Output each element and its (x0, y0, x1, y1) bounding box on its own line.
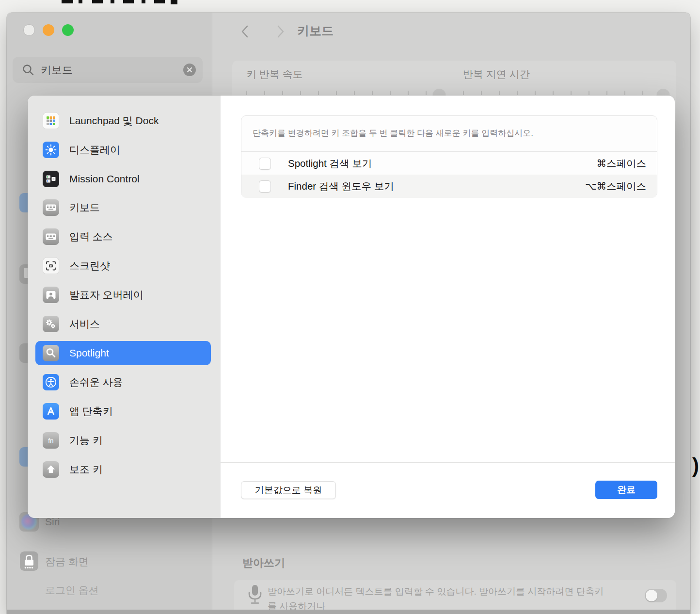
sheet-sidebar-item-app-shortcuts[interactable]: 앱 단축키 (35, 399, 211, 423)
sidebar-item-label: 보조 키 (69, 463, 103, 476)
repeat-delay-slider[interactable] (463, 91, 663, 95)
forward-icon[interactable] (274, 23, 286, 42)
clear-search-icon[interactable] (183, 64, 196, 76)
shortcut-label: Spotlight 검색 보기 (288, 157, 372, 170)
input-sources-icon (43, 228, 59, 245)
display-icon (43, 142, 59, 158)
back-icon[interactable] (239, 23, 252, 42)
sheet-sidebar-item-function-keys[interactable]: fn 기능 키 (35, 428, 211, 452)
sheet-sidebar-item-mission-control[interactable]: Mission Control (35, 167, 211, 191)
minimize-button[interactable] (43, 24, 54, 36)
launchpad-icon (43, 113, 59, 129)
sidebar-item-label: 입력 소스 (69, 230, 113, 243)
services-icon (43, 316, 59, 332)
search-input[interactable] (40, 57, 182, 84)
sheet-content: 단축키를 변경하려면 키 조합을 두 번 클릭한 다음 새로운 키를 입력하십시… (221, 96, 675, 518)
instruction-text: 단축키를 변경하려면 키 조합을 두 번 클릭한 다음 새로운 키를 입력하십시… (253, 128, 533, 139)
app-shortcuts-icon (43, 403, 59, 420)
sheet-sidebar-item-screenshot[interactable]: 스크린샷 (35, 254, 211, 278)
dictation-toggle[interactable] (645, 589, 667, 602)
repeat-delay-label: 반복 지연 시간 (463, 67, 530, 81)
sidebar-item-label: 키보드 (69, 201, 100, 214)
window-bottom-edge (7, 610, 690, 614)
function-keys-icon: fn (43, 432, 59, 449)
sidebar-item-label: 손쉬운 사용 (69, 375, 123, 389)
sidebar-item-label: 앱 단축키 (69, 404, 113, 418)
restore-defaults-button[interactable]: 기본값으로 복원 (241, 481, 336, 499)
shortcut-checkbox[interactable] (259, 158, 271, 170)
keyboard-icon (43, 199, 59, 216)
shortcut-label: Finder 검색 윈도우 보기 (288, 179, 394, 193)
search-field[interactable] (13, 57, 203, 83)
page-title: 키보드 (297, 23, 334, 39)
sidebar-item-label: Mission Control (69, 173, 140, 185)
shortcut-row: Finder 검색 윈도우 보기 ⌥⌘스페이스 (241, 175, 657, 198)
spotlight-icon (43, 345, 59, 361)
toggle-knob (646, 590, 657, 601)
search-icon (21, 63, 35, 79)
accessibility-icon (43, 374, 59, 390)
sheet-sidebar-item-modifier-keys[interactable]: 보조 키 (35, 457, 211, 482)
sidebar-item-label: 기능 키 (69, 434, 103, 447)
done-button[interactable]: 완료 (595, 481, 657, 499)
sidebar-item-label: 서비스 (69, 317, 100, 331)
sidebar-item-label: Launchpad 및 Dock (69, 114, 159, 128)
sheet-sidebar-item-keyboard[interactable]: 키보드 (35, 195, 211, 220)
mission-control-icon (43, 171, 59, 187)
key-repeat-label: 키 반복 속도 (246, 67, 303, 81)
sheet-sidebar-item-services[interactable]: 서비스 (35, 312, 211, 336)
microphone-icon (247, 584, 263, 611)
sidebar-item-label: 스크린샷 (69, 259, 110, 273)
shortcut-keys[interactable]: ⌥⌘스페이스 (585, 179, 646, 193)
shortcuts-card: 단축키를 변경하려면 키 조합을 두 번 클릭한 다음 새로운 키를 입력하십시… (241, 115, 657, 197)
close-button[interactable] (23, 24, 35, 36)
sidebar-item-label: Spotlight (69, 347, 109, 359)
sheet-sidebar-item-spotlight[interactable]: Spotlight (35, 341, 211, 365)
dictation-card: 받아쓰기로 어디서든 텍스트를 입력할 수 있습니다. 받아쓰기를 시작하려면 … (234, 580, 676, 614)
shortcuts-sheet: Launchpad 및 Dock 디스플레이 Mission Control 키… (28, 96, 675, 518)
presenter-overlay-icon (43, 287, 59, 303)
screenshot-icon (43, 258, 59, 274)
zoom-button[interactable] (62, 24, 74, 36)
shortcut-checkbox[interactable] (259, 180, 271, 193)
lock-icon (20, 551, 38, 571)
sidebar-item-label: 디스플레이 (69, 143, 120, 157)
sidebar-item-login-options[interactable]: 로그인 옵션 (45, 583, 99, 597)
shortcut-row: Spotlight 검색 보기 ⌘스페이스 (241, 151, 657, 175)
right-edge-fragment: ) (692, 454, 699, 477)
dictation-title: 받아쓰기 (242, 556, 285, 570)
sheet-sidebar-item-input-sources[interactable]: 입력 소스 (35, 225, 211, 249)
modifier-keys-icon (43, 461, 59, 478)
sheet-sidebar: Launchpad 및 Dock 디스플레이 Mission Control 키… (28, 96, 221, 518)
sidebar-item-label: 발표자 오버레이 (69, 288, 143, 302)
svg-text:fn: fn (48, 437, 53, 444)
sheet-sidebar-item-display[interactable]: 디스플레이 (35, 138, 211, 162)
sheet-sidebar-item-launchpad[interactable]: Launchpad 및 Dock (35, 109, 211, 133)
sidebar-item-lock-screen[interactable]: 잠금 화면 (45, 555, 89, 568)
shortcut-keys[interactable]: ⌘스페이스 (597, 157, 647, 170)
sheet-sidebar-item-presenter-overlay[interactable]: 발표자 오버레이 (35, 283, 211, 307)
sheet-sidebar-item-accessibility[interactable]: 손쉬운 사용 (35, 370, 211, 394)
key-repeat-slider[interactable] (246, 91, 442, 95)
footer-divider (221, 462, 675, 463)
